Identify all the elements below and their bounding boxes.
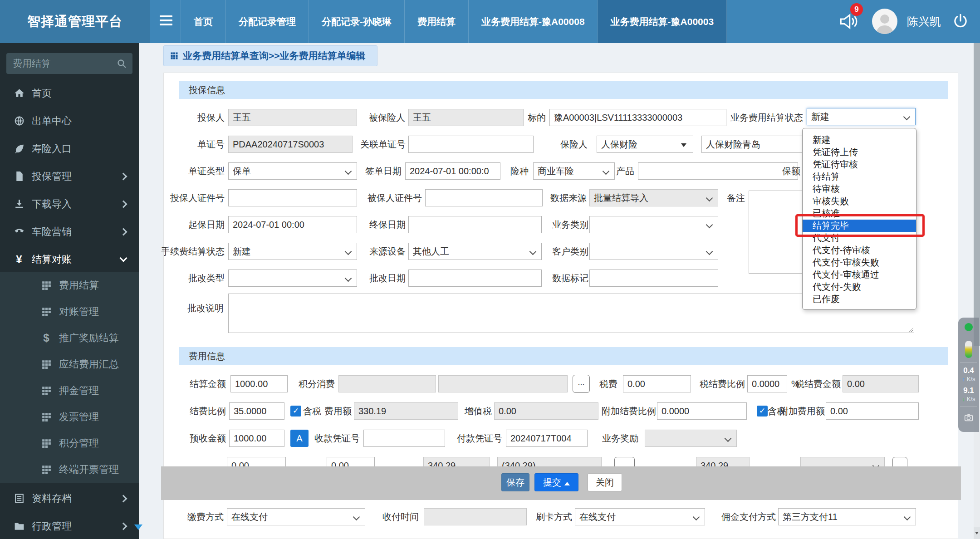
pay-method-select[interactable]: 在线支付 [227, 508, 365, 525]
points-input-1[interactable] [338, 375, 436, 392]
dropdown-option[interactable]: 新建 [803, 134, 916, 146]
business-reward-select[interactable] [645, 430, 737, 447]
insurer-select[interactable]: 人保财险 [597, 136, 693, 153]
extra-fee-amount-input[interactable] [826, 402, 919, 420]
business-category-select[interactable] [589, 216, 718, 233]
dropdown-option[interactable]: 审核失败 [803, 195, 916, 207]
fee-amount-input[interactable] [354, 402, 458, 420]
tax-input[interactable] [623, 375, 691, 392]
nav-tab[interactable]: 业务费用结算-豫A00008 [468, 0, 598, 43]
more-button[interactable]: ... [573, 375, 590, 393]
avatar[interactable] [872, 9, 897, 34]
extra-fee-rate-input[interactable] [657, 402, 747, 420]
hamburger-menu-icon[interactable] [160, 15, 172, 27]
tax-included-checkbox-1[interactable] [290, 406, 301, 416]
subject-input[interactable] [549, 109, 726, 126]
resize-handle[interactable] [907, 326, 913, 332]
sidebar-item[interactable]: 资料存档 [0, 485, 139, 512]
vat-input[interactable] [494, 402, 598, 420]
prepaid-amount-input[interactable] [229, 430, 284, 447]
insurance-type-select[interactable]: 商业车险 [533, 162, 615, 180]
dropdown-option[interactable]: 待结算 [803, 171, 916, 183]
dropdown-option[interactable]: 待审核 [803, 183, 916, 195]
card-method-select[interactable]: 在线支付 [575, 508, 705, 525]
related-doc-no-input[interactable] [408, 136, 534, 153]
search-icon[interactable] [116, 58, 127, 69]
doc-no-input[interactable] [228, 136, 353, 153]
sidebar-item[interactable]: ¥结算对账 [0, 245, 139, 273]
data-source-select[interactable]: 批量结算导入 [589, 189, 718, 206]
source-device-select[interactable]: 其他人工 [408, 243, 542, 260]
product-input[interactable] [638, 162, 798, 180]
dropdown-option[interactable]: 凭证待审核 [803, 158, 916, 171]
user-name[interactable]: 陈兴凯 [907, 0, 941, 43]
fee-settle-status-select[interactable]: 新建 [228, 243, 357, 260]
sidebar-subitem[interactable]: 应结费用汇总 [0, 351, 139, 377]
applicant-id-input[interactable] [228, 189, 357, 206]
page-scrollbar[interactable] [974, 43, 980, 539]
nav-tab[interactable]: 分配记录管理 [225, 0, 309, 43]
menu-label: 对账管理 [59, 305, 99, 318]
applicant-input[interactable] [228, 109, 357, 126]
payment-no-input[interactable] [506, 430, 588, 447]
doc-type-select[interactable]: 保单 [228, 162, 357, 180]
customer-category-select[interactable] [589, 243, 718, 260]
nav-tab[interactable]: 业务费用结算-豫A00003 [598, 0, 727, 43]
grid-icon [170, 51, 179, 60]
data-mark-input[interactable] [589, 270, 718, 287]
scrollbar-thumb[interactable] [974, 43, 980, 346]
nav-tab[interactable]: 费用结算 [404, 0, 468, 43]
endorse-date-input[interactable] [408, 270, 542, 287]
tax-rate-input[interactable] [747, 375, 787, 392]
points-input-2[interactable] [438, 375, 568, 392]
insured-id-input[interactable] [425, 189, 543, 206]
sidebar-subitem[interactable]: 费用结算 [0, 272, 139, 299]
tax-amount-input[interactable] [843, 375, 919, 392]
settle-amount-input[interactable] [230, 375, 288, 392]
camera-icon[interactable] [958, 412, 979, 424]
sidebar-item[interactable]: 下载导入 [0, 190, 139, 218]
sidebar-item[interactable]: 行政管理 [0, 512, 139, 539]
dropdown-option[interactable]: 已作废 [803, 293, 916, 305]
dropdown-option[interactable]: 代支付-待审核 [803, 244, 916, 256]
scrollbar-down-button[interactable] [974, 527, 980, 539]
sidebar-subitem[interactable]: 发票管理 [0, 404, 139, 430]
start-date-input[interactable] [228, 216, 357, 233]
insurer-branch-input[interactable] [701, 136, 813, 153]
net-speed-widget[interactable]: 0.4 ↑ K/s 9.1 ↓ K/s [958, 318, 979, 432]
nav-tab[interactable]: 分配记录-孙晓琳 [309, 0, 404, 43]
tax-included-checkbox-2[interactable] [757, 406, 768, 416]
settle-status-select[interactable]: 新建 [807, 108, 916, 125]
dropdown-option[interactable]: 代支付-失败 [803, 281, 916, 293]
close-button[interactable]: 关闭 [588, 473, 622, 491]
sidebar-subitem[interactable]: 押金管理 [0, 377, 139, 404]
save-button[interactable]: 保存 [501, 473, 529, 491]
sidebar-item[interactable]: 寿险入口 [0, 135, 139, 162]
sidebar-search-input[interactable] [6, 53, 132, 74]
sidebar-subitem[interactable]: 终端开票管理 [0, 456, 139, 483]
endorse-type-select[interactable] [228, 270, 357, 287]
insured-input[interactable] [408, 109, 524, 126]
fee-rate-input[interactable] [229, 402, 284, 420]
dropdown-option[interactable]: 凭证待上传 [803, 146, 916, 158]
doc-no-label: 单证号 [179, 136, 225, 153]
sidebar-item[interactable]: 出单中心 [0, 107, 139, 135]
sidebar-scroll-down-indicator[interactable] [134, 524, 142, 530]
a-button[interactable]: A [290, 430, 309, 447]
sidebar-item[interactable]: 首页 [0, 79, 139, 107]
sidebar-item[interactable]: 投保管理 [0, 162, 139, 190]
sidebar-subitem[interactable]: 积分管理 [0, 430, 139, 456]
commission-method-select[interactable]: 第三方支付11 [778, 508, 916, 525]
pay-time-input[interactable] [424, 508, 527, 525]
dropdown-option[interactable]: 代支付-审核通过 [803, 269, 916, 281]
logout-power-icon[interactable] [952, 13, 969, 30]
end-date-input[interactable] [408, 216, 542, 233]
sidebar-item[interactable]: 车险营销 [0, 218, 139, 245]
sidebar-subitem[interactable]: $推广奖励结算 [0, 325, 139, 351]
submit-button[interactable]: 提交 [534, 473, 578, 491]
sign-date-input[interactable] [405, 162, 500, 180]
sidebar-subitem[interactable]: 对账管理 [0, 299, 139, 325]
nav-tab[interactable]: 首页 [181, 0, 225, 43]
dropdown-option[interactable]: 代支付-审核失败 [803, 256, 916, 269]
receipt-no-input[interactable] [363, 430, 445, 447]
